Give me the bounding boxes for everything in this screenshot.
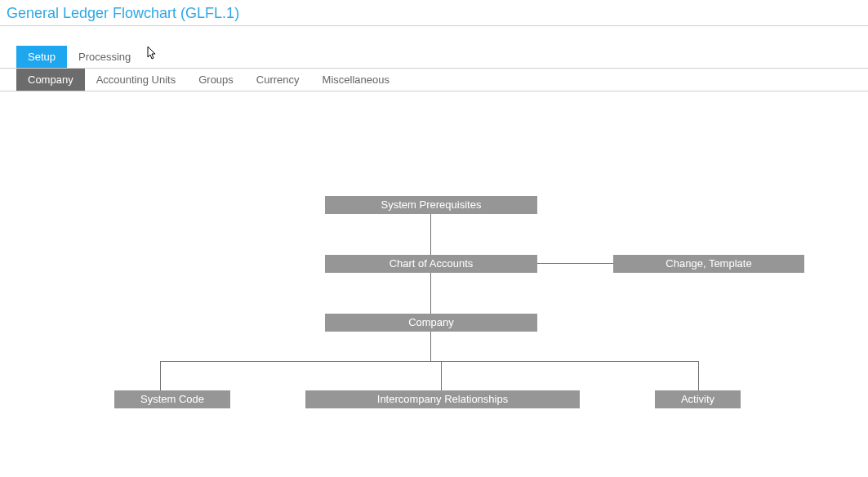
node-activity[interactable]: Activity — [655, 390, 741, 408]
tab-processing[interactable]: Processing — [67, 46, 142, 68]
subtab-groups[interactable]: Groups — [187, 69, 245, 91]
connector — [430, 214, 431, 255]
tab-setup[interactable]: Setup — [16, 46, 67, 68]
node-system-code[interactable]: System Code — [114, 390, 230, 408]
node-intercompany[interactable]: Intercompany Relationships — [305, 390, 580, 408]
page-title: General Ledger Flowchart (GLFL.1) — [0, 0, 868, 26]
secondary-tab-row: Company Accounting Units Groups Currency… — [0, 69, 868, 91]
node-system-prerequisites[interactable]: System Prerequisites — [325, 196, 537, 214]
connector — [430, 332, 431, 361]
connector — [160, 361, 699, 362]
node-chart-of-accounts[interactable]: Chart of Accounts — [325, 255, 537, 273]
subtab-accounting-units[interactable]: Accounting Units — [85, 69, 188, 91]
node-company[interactable]: Company — [325, 314, 537, 332]
subtab-miscellaneous[interactable]: Miscellaneous — [311, 69, 401, 91]
connector — [698, 361, 699, 390]
connector — [441, 361, 442, 390]
primary-tab-row: Setup Processing — [0, 46, 868, 69]
connector — [537, 263, 613, 264]
connector — [160, 361, 161, 390]
node-change-template[interactable]: Change, Template — [613, 255, 804, 273]
subtab-company[interactable]: Company — [16, 69, 85, 91]
connector — [430, 273, 431, 314]
subtab-currency[interactable]: Currency — [245, 69, 311, 91]
